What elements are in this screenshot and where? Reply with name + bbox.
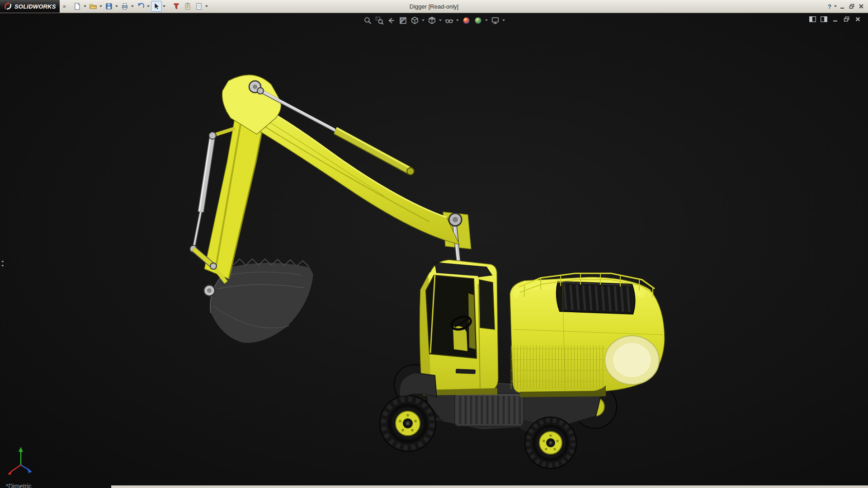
select-button[interactable] <box>151 1 162 12</box>
hide-show-items-dropdown[interactable] <box>456 16 459 25</box>
apply-scene-icon[interactable] <box>473 15 483 25</box>
titlebar: SOLIDWORKS » <box>0 0 868 13</box>
status-bar-strip <box>111 485 868 488</box>
display-style-icon[interactable] <box>427 15 437 25</box>
doc-close-icon[interactable] <box>854 16 862 23</box>
solidworks-logo: SOLIDWORKS <box>0 0 60 13</box>
solidworks-logo-mark-icon <box>3 2 12 11</box>
close-button[interactable] <box>857 2 866 10</box>
engine-housing[interactable] <box>510 273 665 397</box>
window-controls: ? <box>826 1 868 11</box>
door-handle <box>456 369 476 374</box>
apply-scene-dropdown[interactable] <box>485 16 488 25</box>
excavator-model[interactable] <box>190 75 665 469</box>
doc-restore-icon[interactable] <box>842 16 850 23</box>
save-button[interactable] <box>104 1 114 12</box>
front-right-wheel[interactable] <box>525 417 576 469</box>
menu-expand-arrow[interactable]: » <box>60 3 69 9</box>
save-dropdown[interactable] <box>115 1 119 11</box>
zoom-to-fit-icon[interactable] <box>363 15 373 25</box>
side-window <box>479 280 495 329</box>
heads-up-view-toolbar <box>363 15 505 25</box>
help-button[interactable]: ? <box>826 3 833 10</box>
selection-filter-button[interactable] <box>171 1 182 12</box>
side-grille <box>511 346 606 389</box>
hide-show-items-icon[interactable] <box>444 15 454 25</box>
undo-dropdown[interactable] <box>146 1 151 11</box>
undo-button[interactable] <box>135 1 146 12</box>
new-document-dropdown[interactable] <box>83 1 87 11</box>
print-button[interactable] <box>119 1 130 12</box>
view-orientation-icon[interactable] <box>410 15 420 25</box>
window-title: Digger [Read-only] <box>410 3 458 10</box>
options-sheet-button[interactable] <box>193 1 204 12</box>
view-orientation-dropdown[interactable] <box>421 16 425 25</box>
solidworks-logo-text: SOLIDWORKS <box>14 3 56 10</box>
doc-minimize-icon[interactable] <box>831 16 839 23</box>
edit-appearance-icon[interactable] <box>461 15 471 25</box>
pane-left-icon[interactable] <box>808 16 816 23</box>
standard-toolbar <box>72 1 209 12</box>
print-dropdown[interactable] <box>131 1 135 11</box>
view-settings-dropdown[interactable] <box>502 16 505 25</box>
minimize-button[interactable] <box>838 2 847 10</box>
panel-splitter-handle[interactable]: ◂ ◂ <box>0 259 5 267</box>
open-button[interactable] <box>88 1 99 12</box>
restore-button[interactable] <box>847 2 856 10</box>
new-document-button[interactable] <box>72 1 83 12</box>
display-style-dropdown[interactable] <box>439 16 442 25</box>
3d-scene[interactable] <box>0 13 868 488</box>
front-left-wheel[interactable] <box>380 395 436 451</box>
file-properties-button[interactable] <box>182 1 193 12</box>
help-dropdown[interactable] <box>833 1 837 11</box>
boom-pivot-joint[interactable] <box>449 213 462 226</box>
select-dropdown[interactable] <box>162 1 166 11</box>
previous-view-icon[interactable] <box>386 15 396 25</box>
pane-right-icon[interactable] <box>820 16 828 23</box>
reference-triad[interactable] <box>8 447 32 475</box>
options-sheet-dropdown[interactable] <box>205 1 209 11</box>
graphics-viewport[interactable]: *Dimetric ◂ ◂ <box>0 13 868 488</box>
document-window-controls <box>808 16 862 23</box>
section-view-icon[interactable] <box>398 15 408 25</box>
view-settings-icon[interactable] <box>490 15 500 25</box>
view-orientation-label: *Dimetric <box>6 483 32 488</box>
solidworks-window: SOLIDWORKS » <box>0 0 868 488</box>
open-dropdown[interactable] <box>99 1 103 11</box>
zoom-to-area-icon[interactable] <box>374 15 384 25</box>
